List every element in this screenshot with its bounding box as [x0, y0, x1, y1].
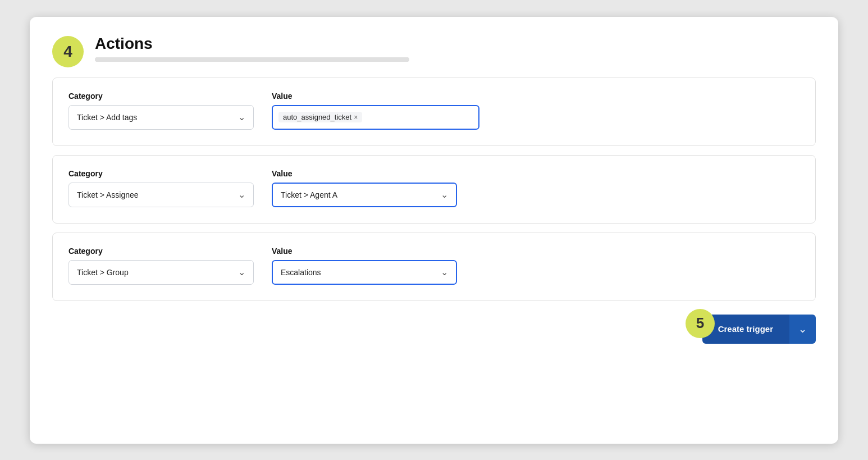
category-dropdown-1[interactable]: Ticket > Add tags ⌄: [68, 105, 254, 130]
tag-chip-1-close[interactable]: ×: [354, 113, 358, 121]
value-dropdown-3[interactable]: Escalations ⌄: [272, 260, 457, 285]
category-col-1: Category Ticket > Add tags ⌄: [68, 92, 254, 130]
category-label-2: Category: [68, 169, 254, 178]
header-row: 4 Actions: [52, 35, 816, 67]
chevron-down-icon-2: ⌄: [238, 189, 245, 200]
category-label-3: Category: [68, 247, 254, 256]
chevron-down-icon-val-2: ⌄: [441, 189, 448, 200]
category-col-2: Category Ticket > Assignee ⌄: [68, 169, 254, 207]
action-row-3: Category Ticket > Group ⌄ Value Escalati…: [52, 233, 816, 301]
category-dropdown-2[interactable]: Ticket > Assignee ⌄: [68, 183, 254, 207]
category-dropdown-1-value: Ticket > Add tags: [77, 113, 137, 122]
value-col-1: Value auto_assigned_ticket ×: [272, 92, 479, 130]
value-label-2: Value: [272, 169, 457, 178]
category-dropdown-2-value: Ticket > Assignee: [77, 190, 139, 199]
value-col-2: Value Ticket > Agent A ⌄: [272, 169, 457, 207]
category-label-1: Category: [68, 92, 254, 101]
category-dropdown-3-value: Ticket > Group: [77, 268, 129, 277]
progress-bar-fill: [95, 57, 409, 62]
value-dropdown-2-value: Ticket > Agent A: [281, 190, 337, 199]
field-group-1: Category Ticket > Add tags ⌄ Value auto_…: [68, 92, 800, 130]
create-trigger-button[interactable]: Create trigger: [702, 315, 789, 344]
value-label-1: Value: [272, 92, 479, 101]
chevron-down-icon-1: ⌄: [238, 112, 245, 122]
actions-area: Category Ticket > Add tags ⌄ Value auto_…: [52, 78, 816, 301]
chevron-down-icon-val-3: ⌄: [441, 267, 448, 277]
tag-chip-1-text: auto_assigned_ticket: [283, 113, 351, 121]
category-dropdown-3[interactable]: Ticket > Group ⌄: [68, 260, 254, 285]
action-row-1: Category Ticket > Add tags ⌄ Value auto_…: [52, 78, 816, 146]
value-dropdown-3-value: Escalations: [281, 268, 321, 277]
progress-bar-container: [95, 57, 409, 62]
step-4-badge: 4: [52, 36, 84, 67]
field-group-2: Category Ticket > Assignee ⌄ Value Ticke…: [68, 169, 800, 207]
action-row-2: Category Ticket > Assignee ⌄ Value Ticke…: [52, 155, 816, 224]
create-trigger-group: Create trigger ⌄: [702, 315, 816, 344]
value-label-3: Value: [272, 247, 457, 256]
create-trigger-dropdown-button[interactable]: ⌄: [789, 315, 816, 344]
chevron-down-icon-btn: ⌄: [798, 323, 807, 335]
main-card: 4 Actions Category Ticket > Add tags ⌄ V…: [30, 17, 838, 444]
value-dropdown-2[interactable]: Ticket > Agent A ⌄: [272, 183, 457, 207]
tag-input-1[interactable]: auto_assigned_ticket ×: [272, 105, 479, 130]
tag-chip-1: auto_assigned_ticket ×: [278, 112, 362, 122]
header-text-col: Actions: [95, 35, 816, 62]
chevron-down-icon-3: ⌄: [238, 267, 245, 277]
page-title: Actions: [95, 35, 816, 53]
category-col-3: Category Ticket > Group ⌄: [68, 247, 254, 285]
value-col-3: Value Escalations ⌄: [272, 247, 457, 285]
bottom-row: 5 Create trigger ⌄: [52, 315, 816, 344]
step-5-badge: 5: [686, 309, 715, 338]
field-group-3: Category Ticket > Group ⌄ Value Escalati…: [68, 247, 800, 285]
